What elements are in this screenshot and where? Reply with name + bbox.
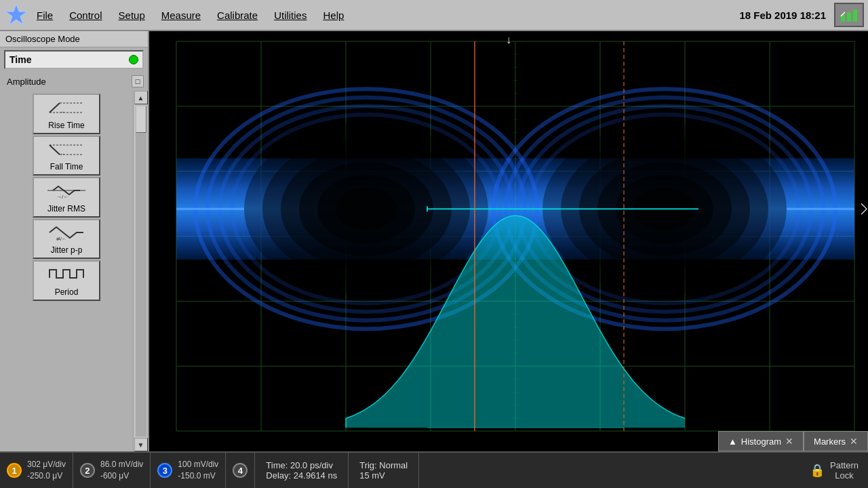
amplitude-label: Amplitude	[4, 77, 132, 87]
fall-time-label: Fall Time	[50, 162, 83, 171]
markers-close-icon[interactable]: ✕	[850, 436, 858, 447]
logo-icon	[4, 3, 28, 27]
sidebar-scrollbar: ▲ ▼	[133, 91, 148, 451]
time-delay-display: Delay: 24.9614 ns	[266, 470, 337, 481]
menu-setup[interactable]: Setup	[111, 7, 153, 24]
ch3-offset: -150.0 mV	[178, 470, 218, 482]
corner-button[interactable]	[834, 3, 864, 27]
ch2-badge[interactable]: 2	[80, 463, 95, 478]
ch2-values: 86.0 mV/div -600 μV	[100, 459, 143, 482]
time-label: Time	[9, 54, 129, 65]
svg-marker-0	[5, 4, 27, 24]
menu-utilities[interactable]: Utilities	[266, 7, 315, 24]
svg-text:↔: ↔	[60, 151, 65, 157]
delay-label-text: Delay:	[266, 470, 291, 481]
menu-calibrate[interactable]: Calibrate	[209, 7, 266, 24]
datetime-display: 18 Feb 2019 18:21	[739, 9, 834, 21]
time-led	[129, 55, 138, 64]
ch3-badge[interactable]: 3	[157, 463, 172, 478]
ch1-offset: -250.0 μV	[27, 470, 66, 482]
trig-info: Trig: Normal 15 mV	[349, 453, 419, 488]
status-bar: 1 302 μV/div -250.0 μV 2 86.0 mV/div -60…	[0, 451, 868, 488]
scroll-thumb[interactable]	[136, 106, 146, 133]
menu-control[interactable]: Control	[61, 7, 110, 24]
sidebar: Oscilloscope Mode Time Amplitude □ ↔ Ris…	[0, 31, 149, 451]
delay-value: 24.9614 ns	[294, 470, 337, 481]
ch4-badge[interactable]: 4	[233, 463, 248, 478]
trigger-marker: ↓	[506, 34, 511, 46]
jitter-pp-button[interactable]: ⇌/← Jitter p-p	[33, 219, 100, 260]
pattern-lock-label: PatternLock	[830, 460, 859, 481]
rise-time-icon: ↔	[35, 98, 98, 121]
histogram-label: Histogram	[741, 436, 781, 447]
ch1-info: 1 302 μV/div -250.0 μV	[0, 453, 73, 488]
scroll-down-button[interactable]: ▼	[134, 438, 148, 451]
time-selector[interactable]: Time	[4, 50, 144, 69]
histogram-close-icon[interactable]: ✕	[785, 436, 793, 447]
jitter-pp-icon: ⇌/←	[35, 223, 98, 246]
menu-bar: File Control Setup Measure Calibrate Uti…	[0, 0, 868, 31]
lock-icon: 🔒	[810, 463, 825, 478]
scroll-up-button[interactable]: ▲	[134, 91, 148, 104]
svg-text:↔: ↔	[60, 109, 65, 115]
jitter-rms-button[interactable]: →/← Jitter RMS	[33, 177, 100, 218]
markers-tab[interactable]: Markers ✕	[804, 431, 868, 451]
amplitude-row: Amplitude □	[4, 73, 144, 89]
sidebar-scroll: ↔ Rise Time ↔ Fall Time	[0, 91, 148, 451]
scroll-track	[136, 106, 146, 436]
jitter-rms-icon: →/←	[35, 181, 98, 204]
period-button[interactable]: Period	[33, 260, 100, 301]
jitter-pp-label: Jitter p-p	[51, 245, 83, 255]
svg-rect-2	[847, 12, 851, 22]
svg-rect-3	[853, 9, 857, 22]
trig-mv: 15 mV	[359, 470, 408, 481]
ch2-offset: -600 μV	[100, 470, 143, 482]
ch1-values: 302 μV/div -250.0 μV	[27, 459, 66, 482]
menu-measure[interactable]: Measure	[153, 7, 209, 24]
fall-time-button[interactable]: ↔ Fall Time	[33, 136, 100, 176]
fall-time-icon: ↔	[35, 140, 98, 163]
trig-label: Trig: Normal	[359, 460, 408, 470]
menu-help[interactable]: Help	[315, 7, 352, 24]
time-div-display: Time: 20.0 ps/div	[266, 460, 337, 470]
ch2-info: 2 86.0 mV/div -600 μV	[73, 453, 151, 488]
osc-mode-label: Oscilloscope Mode	[0, 31, 148, 47]
ch2-div: 86.0 mV/div	[100, 459, 143, 470]
svg-line-5	[50, 103, 60, 113]
markers-label: Markers	[814, 436, 846, 447]
time-label-text: Time:	[266, 460, 288, 470]
ch3-info: 3 100 mV/div -150.0 mV	[151, 453, 226, 488]
menu-file[interactable]: File	[28, 7, 61, 24]
jitter-rms-label: Jitter RMS	[47, 204, 85, 214]
ch3-div: 100 mV/div	[178, 459, 218, 470]
svg-text:→/←: →/←	[56, 194, 68, 200]
ch1-badge[interactable]: 1	[7, 463, 22, 478]
time-div-value: 20.0 ps/div	[290, 460, 333, 470]
ch3-values: 100 mV/div -150.0 mV	[178, 459, 218, 482]
main-display: ↓ ▲ Histogram ✕ Markers ✕	[149, 31, 868, 451]
pattern-lock-area: 🔒 PatternLock	[800, 453, 868, 488]
oscilloscope-canvas[interactable]	[149, 31, 868, 451]
svg-text:⇌/←: ⇌/←	[56, 237, 66, 241]
rise-time-label: Rise Time	[48, 121, 84, 130]
display-tabs: ▲ Histogram ✕ Markers ✕	[718, 431, 868, 451]
ch4-info: 4	[226, 453, 255, 488]
rise-time-button[interactable]: ↔ Rise Time	[33, 94, 100, 134]
time-info: Time: 20.0 ps/div Delay: 24.9614 ns	[255, 453, 349, 488]
histogram-up-icon: ▲	[728, 436, 737, 447]
measure-buttons-list: ↔ Rise Time ↔ Fall Time	[0, 91, 133, 451]
period-label: Period	[55, 287, 79, 297]
period-icon	[35, 264, 98, 287]
amplitude-collapse-btn[interactable]: □	[132, 75, 144, 87]
histogram-tab[interactable]: ▲ Histogram ✕	[718, 431, 804, 451]
svg-line-9	[50, 145, 60, 155]
ch1-div: 302 μV/div	[27, 459, 66, 470]
